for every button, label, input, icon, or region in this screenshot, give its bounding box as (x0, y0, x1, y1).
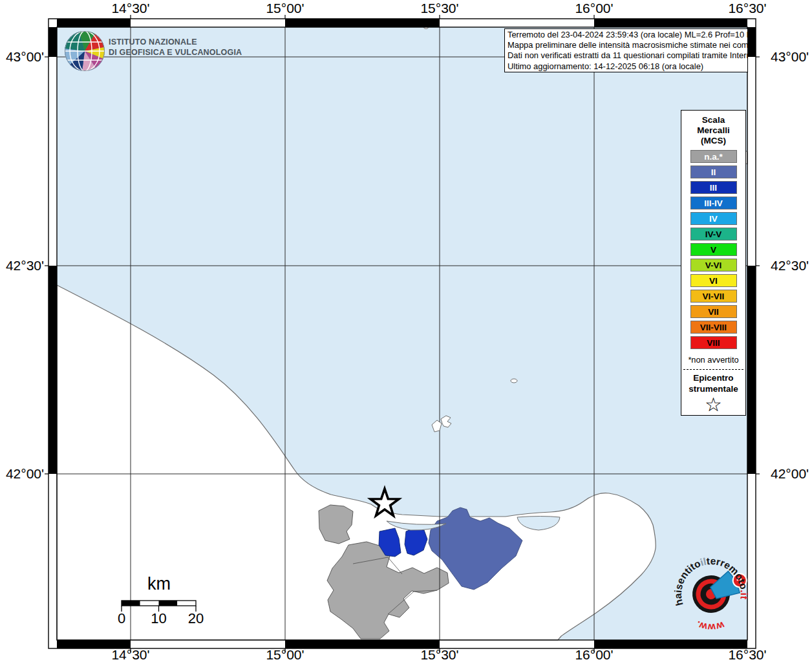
axis-label-left-4200: 42°00' (0, 466, 44, 482)
ingv-logo: ISTITUTO NAZIONALE DI GEOFISICA E VULCAN… (63, 30, 244, 72)
scalebar-tick-10: 10 (151, 610, 166, 627)
legend-epicenter-line2: strumentale (681, 384, 745, 395)
ingv-name-line2: DI GEOFISICA E VULCANOLOGIA (109, 48, 242, 58)
legend-swatch-iv-v: IV-V (690, 228, 737, 240)
axis-label-left-4300: 43°00' (0, 49, 44, 65)
legend-swatch-v: V (690, 243, 737, 256)
legend-swatch-viii: VIII (690, 336, 737, 349)
scalebar-tick-0: 0 (118, 610, 125, 627)
legend-swatch-iii-iv: III-IV (690, 197, 737, 209)
legend-swatch-label: VI (709, 276, 718, 286)
epicenter-star-icon: ☆ (681, 394, 745, 415)
mercalli-legend: Scala Mercalli (MCS) n.a.* II III III-IV… (681, 110, 746, 416)
info-line-updated: Ultimo aggiornamento: 14-12-2025 06:18 (… (508, 61, 745, 72)
info-line-data: Dati non verificati estratti da 11 quest… (508, 50, 745, 61)
legend-footnote: *non avvertito (681, 355, 745, 365)
axis-label-top-1600: 16°00' (575, 1, 613, 16)
legend-swatch-vii-viii: VII-VIII (690, 321, 737, 334)
legend-title-line2: Mercalli (681, 125, 745, 136)
axis-label-bottom-1530: 15°30' (420, 647, 458, 662)
legend-swatch-label: VI-VII (703, 292, 725, 301)
legend-swatch-label: IV (709, 214, 718, 224)
legend-swatch-label: II (711, 167, 716, 177)
axis-label-left-4230: 42°30' (0, 258, 44, 273)
axis-label-bottom-1630: 16°30' (728, 647, 766, 662)
legend-epicenter-line1: Epicentro (681, 373, 745, 384)
legend-epicenter-title: Epicentro strumentale (681, 373, 745, 394)
scalebar-tick-20: 20 (188, 610, 204, 627)
legend-swatch-label: III (710, 183, 717, 193)
legend-swatches: n.a.* II III III-IV IV IV-V V V-VI VI VI… (681, 150, 745, 349)
legend-swatch-label: n.a.* (704, 152, 723, 162)
legend-swatch-iii: III (690, 181, 737, 194)
legend-swatch-iv: IV (690, 212, 737, 225)
axis-label-bottom-1500: 15°00' (266, 647, 304, 662)
legend-swatch-label: V (710, 245, 716, 255)
info-line-map: Mappa preliminare delle intensità macros… (508, 40, 745, 50)
legend-swatch-label: VII (708, 307, 719, 317)
ingv-globe-icon (63, 30, 106, 72)
legend-swatch-v-vi: V-VI (690, 259, 737, 272)
legend-swatch-vi-vii: VI-VII (690, 290, 737, 303)
info-line-event: Terremoto del 23-04-2024 23:59:43 (ora l… (508, 30, 745, 40)
ingv-wordmark: ISTITUTO NAZIONALE DI GEOFISICA E VULCAN… (109, 37, 242, 58)
legend-swatch-na: n.a.* (690, 150, 737, 163)
axis-label-right-4200: 42°00' (771, 466, 809, 482)
axis-label-bottom-1430: 14°30' (111, 647, 149, 662)
legend-swatch-label: III-IV (704, 198, 723, 208)
scalebar-unit-label: km (123, 574, 195, 594)
ingv-name-line1: ISTITUTO NAZIONALE (109, 37, 242, 48)
legend-swatch-vii: VII (690, 305, 737, 318)
legend-title: Scala Mercalli (MCS) (681, 115, 745, 146)
axis-label-right-4300: 43°00' (771, 49, 809, 65)
axis-label-top-1530: 15°30' (420, 1, 458, 16)
legend-swatch-ii: II (690, 166, 737, 178)
legend-divider (683, 369, 743, 370)
event-info-box: Terremoto del 23-04-2024 23:59:43 (ora l… (504, 28, 748, 72)
axis-label-bottom-1600: 16°00' (575, 647, 613, 662)
axis-label-top-1430: 14°30' (111, 1, 149, 16)
legend-title-line1: Scala (681, 115, 745, 125)
legend-swatch-label: VII-VIII (700, 323, 727, 332)
axis-label-right-4230: 42°30' (771, 258, 809, 273)
axis-label-top-1500: 15°00' (266, 1, 304, 16)
legend-swatch-label: VIII (707, 338, 720, 348)
legend-swatch-label: V-VI (705, 261, 722, 270)
legend-swatch-vi: VI (690, 274, 737, 287)
legend-title-line3: (MCS) (681, 136, 745, 146)
axis-label-top-1630: 16°30' (728, 1, 766, 16)
ingv-macroseismic-map-page: ? haisentitoilterremoto.it www. 14°30' 1… (0, 0, 812, 662)
legend-swatch-label: IV-V (705, 230, 722, 239)
